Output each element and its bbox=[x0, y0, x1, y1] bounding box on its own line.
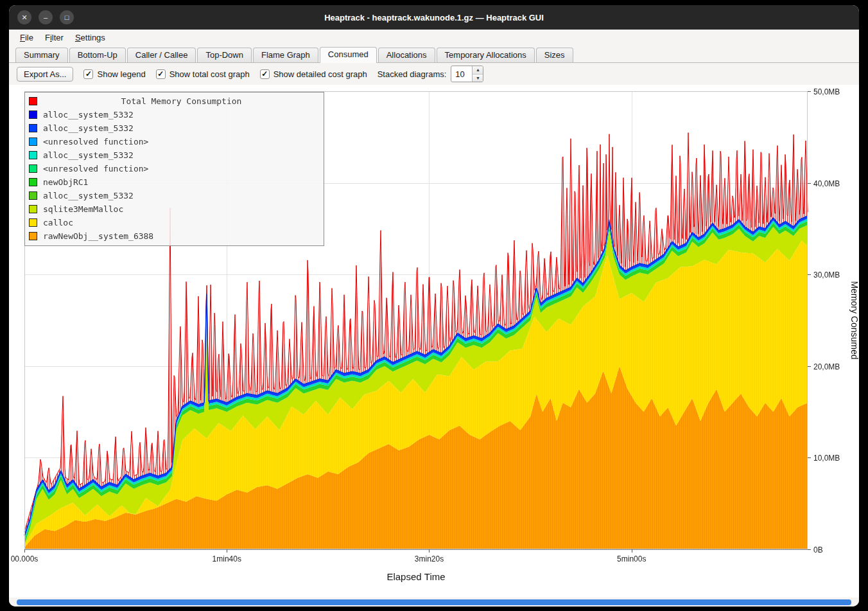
legend-label: newObjRC1 bbox=[43, 177, 88, 187]
legend-swatch bbox=[29, 178, 37, 186]
chart-legend: Total Memory Consumptionalloc__system_53… bbox=[24, 92, 324, 246]
menu-settings[interactable]: Settings bbox=[69, 31, 111, 44]
legend-title-row: Total Memory Consumption bbox=[25, 94, 324, 108]
checkmark-icon: ✓ bbox=[261, 69, 268, 78]
legend-item: sqlite3MemMalloc bbox=[25, 202, 324, 216]
tab-flame-graph[interactable]: Flame Graph bbox=[253, 48, 318, 62]
checkbox-box[interactable]: ✓ bbox=[260, 69, 270, 79]
checkbox-label: Show legend bbox=[97, 69, 145, 79]
legend-label: sqlite3MemMalloc bbox=[43, 204, 123, 214]
checkbox-box[interactable]: ✓ bbox=[83, 69, 93, 79]
legend-swatch bbox=[29, 124, 37, 132]
legend-label: <unresolved function> bbox=[43, 164, 148, 173]
legend-swatch bbox=[29, 97, 37, 105]
tab-top-down[interactable]: Top-Down bbox=[197, 48, 252, 62]
legend-swatch bbox=[29, 151, 37, 159]
spin-down-icon: ▼ bbox=[476, 76, 480, 80]
chart-area: Total Memory Consumptionalloc__system_53… bbox=[9, 85, 859, 598]
bottom-scrollbar-track bbox=[9, 598, 859, 607]
legend-item: newObjRC1 bbox=[25, 175, 324, 189]
legend-swatch bbox=[29, 137, 37, 146]
window-controls: ✕ – □ bbox=[9, 10, 74, 24]
close-icon: ✕ bbox=[21, 13, 27, 21]
spinbox-increment-button[interactable]: ▲ bbox=[473, 66, 483, 74]
checkbox-group: ✓Show legend✓Show total cost graph✓Show … bbox=[83, 69, 367, 79]
legend-label: alloc__system_5332 bbox=[43, 150, 134, 160]
titlebar: ✕ – □ Heaptrack - heaptrack.wakunode.1.g… bbox=[9, 5, 859, 30]
checkmark-icon: ✓ bbox=[157, 69, 164, 78]
checkbox-show-total-cost-graph[interactable]: ✓Show total cost graph bbox=[156, 69, 250, 79]
legend-item: calloc bbox=[25, 216, 324, 229]
legend-title: Total Memory Consumption bbox=[43, 96, 320, 106]
legend-swatch bbox=[29, 111, 37, 119]
checkbox-show-legend[interactable]: ✓Show legend bbox=[83, 69, 145, 79]
legend-item: alloc__system_5332 bbox=[25, 148, 324, 162]
legend-swatch bbox=[29, 191, 37, 200]
checkbox-box[interactable]: ✓ bbox=[156, 69, 166, 79]
menu-filter[interactable]: Filter bbox=[39, 31, 69, 44]
legend-label: alloc__system_5332 bbox=[43, 110, 134, 120]
legend-label: alloc__system_5332 bbox=[43, 123, 134, 133]
legend-swatch bbox=[29, 205, 37, 213]
tab-summary[interactable]: Summary bbox=[15, 48, 68, 62]
legend-item: alloc__system_5332 bbox=[25, 121, 324, 135]
checkbox-label: Show total cost graph bbox=[169, 69, 250, 79]
tab-consumed[interactable]: Consumed bbox=[320, 47, 377, 63]
tab-caller-callee[interactable]: Caller / Callee bbox=[127, 48, 196, 62]
spin-up-icon: ▲ bbox=[476, 67, 480, 72]
close-button[interactable]: ✕ bbox=[17, 10, 31, 24]
legend-swatch bbox=[29, 232, 37, 240]
checkmark-icon: ✓ bbox=[85, 69, 92, 78]
tab-sizes[interactable]: Sizes bbox=[536, 48, 573, 62]
spinbox-value[interactable]: 10 bbox=[451, 66, 472, 82]
legend-item: <unresolved function> bbox=[25, 162, 324, 175]
checkbox-show-detailed-cost-graph[interactable]: ✓Show detailed cost graph bbox=[260, 69, 367, 79]
checkbox-label: Show detailed cost graph bbox=[273, 69, 367, 79]
scrollbar-thumb[interactable] bbox=[17, 599, 851, 605]
menu-file[interactable]: File bbox=[14, 31, 39, 44]
legend-label: alloc__system_5332 bbox=[43, 191, 134, 200]
legend-swatch bbox=[29, 164, 37, 173]
tab-temporary-allocations[interactable]: Temporary Allocations bbox=[437, 48, 535, 62]
legend-label: calloc bbox=[43, 218, 73, 227]
minimize-button[interactable]: – bbox=[39, 10, 53, 24]
stacked-diagrams-label: Stacked diagrams: bbox=[378, 69, 447, 79]
maximize-button[interactable]: □ bbox=[60, 10, 74, 24]
stacked-diagrams-spinbox[interactable]: 10 ▲ ▼ bbox=[451, 66, 483, 82]
legend-item: <unresolved function> bbox=[25, 135, 324, 148]
maximize-icon: □ bbox=[65, 13, 69, 21]
minimize-icon: – bbox=[44, 13, 48, 21]
export-as-button[interactable]: Export As... bbox=[17, 67, 73, 82]
legend-item: alloc__system_5332 bbox=[25, 108, 324, 121]
menubar: FileFilterSettings bbox=[9, 30, 859, 45]
app-window: ✕ – □ Heaptrack - heaptrack.wakunode.1.g… bbox=[9, 5, 859, 607]
window-title: Heaptrack - heaptrack.wakunode.1.gz — He… bbox=[9, 13, 859, 22]
tab-bar: SummaryBottom-UpCaller / CalleeTop-DownF… bbox=[9, 45, 859, 63]
spinbox-decrement-button[interactable]: ▼ bbox=[473, 74, 483, 82]
legend-item: rawNewObj__system_6388 bbox=[25, 229, 324, 243]
legend-label: rawNewObj__system_6388 bbox=[43, 231, 153, 241]
tab-bottom-up[interactable]: Bottom-Up bbox=[69, 48, 126, 62]
tab-allocations[interactable]: Allocations bbox=[378, 48, 435, 62]
toolbar: Export As... ✓Show legend✓Show total cos… bbox=[9, 63, 859, 85]
legend-label: <unresolved function> bbox=[43, 137, 148, 146]
legend-item: alloc__system_5332 bbox=[25, 189, 324, 202]
legend-swatch bbox=[29, 218, 37, 227]
